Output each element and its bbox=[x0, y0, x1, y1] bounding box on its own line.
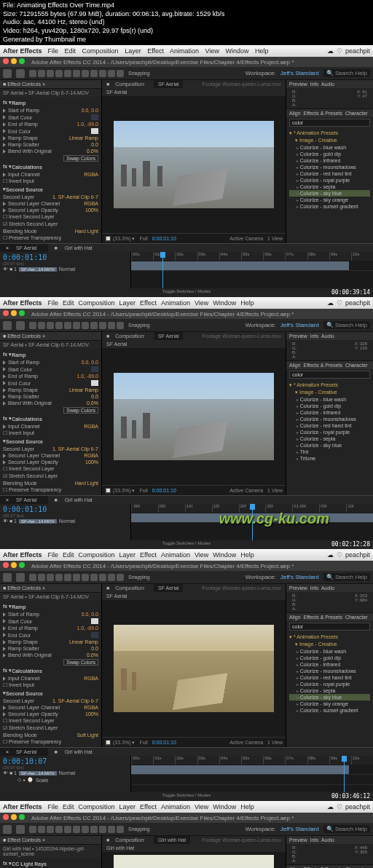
menu-file[interactable]: File bbox=[48, 47, 59, 55]
prop-second-channel[interactable]: Second Layer ChannelRGBA bbox=[3, 200, 98, 207]
timeline-layer-1[interactable]: 👁 ■ 1 SF-Aer...14.MOV Normal bbox=[3, 266, 127, 272]
search-help-input[interactable]: 🔍 Search Help bbox=[323, 69, 370, 77]
right-panels: Preview Info Audio R:X: 81 G:Y: 47 B: A:… bbox=[286, 80, 373, 243]
window-titlebar: Adobe After Effects CC 2014 - /Users/pea… bbox=[0, 57, 373, 67]
text-tool-icon[interactable] bbox=[73, 70, 80, 77]
pen-tool-icon[interactable] bbox=[64, 70, 71, 77]
shape-tool-icon[interactable] bbox=[55, 70, 63, 77]
info-tab[interactable]: Info bbox=[310, 82, 319, 87]
rotate-tool-icon[interactable] bbox=[29, 70, 36, 77]
preset-list: ▾ * Animation Presets ▾ Image - Creative… bbox=[286, 128, 373, 211]
timeline-panel: × SF Aerial ■ Girl with Hat 0:00:01:10 (… bbox=[0, 243, 373, 297]
preset-folder-animation[interactable]: ▾ * Animation Presets bbox=[289, 130, 370, 137]
preset-item-selected[interactable]: Colorize - sky blue bbox=[289, 190, 370, 197]
preview-city-sepia bbox=[114, 625, 274, 712]
menu-view[interactable]: View bbox=[205, 47, 219, 55]
preset-item[interactable]: Colorize - moonshadows bbox=[289, 164, 370, 170]
menu-help[interactable]: Help bbox=[255, 47, 269, 55]
zoom-icon[interactable] bbox=[19, 58, 25, 64]
thumbnail-frame-1: After Effects File Edit Composition Laye… bbox=[0, 45, 373, 297]
preset-item[interactable]: Colorize - royal purple bbox=[289, 177, 370, 184]
selection-tool-icon[interactable] bbox=[3, 69, 12, 78]
audio-tab[interactable]: Audio bbox=[321, 82, 334, 87]
effects-presets-tab[interactable]: Effects & Presets bbox=[303, 111, 342, 116]
prop-stretch-second[interactable]: ☑ Stretch Second Layer bbox=[3, 221, 98, 228]
clone-tool-icon[interactable] bbox=[90, 70, 98, 77]
footage-name: Footage Woman-queen-Luma.mov bbox=[198, 80, 286, 88]
app-name[interactable]: After Effects bbox=[3, 47, 42, 55]
menu-layer[interactable]: Layer bbox=[125, 47, 141, 55]
window-title: Adobe After Effects CC 2014 - /Users/pea… bbox=[31, 59, 294, 66]
menu-animation[interactable]: Animation bbox=[170, 47, 199, 55]
align-tab[interactable]: Align bbox=[289, 111, 301, 116]
preset-item[interactable]: Colorize - blue wash bbox=[289, 144, 370, 151]
menu-window[interactable]: Window bbox=[225, 47, 248, 55]
prop-invert-input[interactable]: ☐ Invert Input bbox=[3, 178, 98, 185]
viewport[interactable] bbox=[102, 96, 286, 233]
preset-item[interactable]: Colorize - gold dip bbox=[289, 151, 370, 157]
calculations-header[interactable]: fx ▾ Calculations bbox=[3, 162, 98, 171]
user-name[interactable]: peachpit bbox=[345, 47, 370, 55]
hand-tool-icon[interactable] bbox=[16, 69, 25, 78]
ramp-effect-header[interactable]: fx ▾ Ramp bbox=[3, 98, 98, 107]
preset-folder-creative[interactable]: ▾ Image - Creative bbox=[289, 137, 370, 144]
prop-start-color[interactable]: Start Color bbox=[3, 114, 98, 121]
comp-crumb[interactable]: SF Aerial bbox=[102, 88, 131, 96]
camera-tool-icon[interactable] bbox=[38, 70, 45, 77]
prop-start-ramp[interactable]: Start of Ramp0.0, 0.0 bbox=[3, 107, 98, 114]
preset-item[interactable]: Colorize - red hand tint bbox=[289, 170, 370, 177]
prop-invert-second[interactable]: ☐ Invert Second Layer bbox=[3, 213, 98, 221]
preset-item[interactable]: Colorize - sunset gradient bbox=[289, 203, 370, 210]
viewer-resolution[interactable]: Full bbox=[139, 236, 147, 241]
preset-item[interactable]: Colorize - sky orange bbox=[289, 197, 370, 203]
second-source-header[interactable]: ▾ Second Source bbox=[3, 185, 98, 194]
prop-second-opacity[interactable]: Second Layer Opacity100% bbox=[3, 207, 98, 213]
menu-items: File Edit Composition Layer Effect Anima… bbox=[48, 47, 273, 55]
thumbnail-timecode: 00:00:39:14 bbox=[331, 289, 370, 296]
menu-composition[interactable]: Composition bbox=[82, 47, 119, 55]
prop-blend-mode[interactable]: Blending ModeHard Light bbox=[3, 228, 98, 234]
pan-behind-tool-icon[interactable] bbox=[47, 70, 54, 77]
brush-tool-icon[interactable] bbox=[82, 70, 89, 77]
timeline-timecode[interactable]: 0:00:01:10 bbox=[3, 253, 127, 261]
cloud-icon[interactable]: ☁ bbox=[327, 47, 334, 55]
eraser-tool-icon[interactable] bbox=[99, 70, 106, 77]
preview-tab[interactable]: Preview bbox=[289, 82, 307, 87]
prop-second-layer[interactable]: Second Layer1. SF-Aerial Clip 6-7 bbox=[3, 194, 98, 200]
prop-end-color[interactable]: End Color bbox=[3, 127, 98, 135]
prop-ramp-shape[interactable]: Ramp ShapeLinear Ramp bbox=[3, 135, 98, 141]
timeline-tab-girl[interactable]: ■ Girl with Hat bbox=[48, 244, 103, 252]
prop-end-ramp[interactable]: End of Ramp1.0, -89.0 bbox=[3, 121, 98, 127]
view-count-dropdown[interactable]: 1 View bbox=[267, 236, 283, 241]
close-icon[interactable] bbox=[3, 58, 9, 64]
swap-colors-button[interactable]: Swap Colors bbox=[3, 154, 98, 162]
composition-panel: ■ Composition: SF Aerial Footage Woman-q… bbox=[102, 80, 286, 243]
puppet-tool-icon[interactable] bbox=[117, 70, 124, 77]
preset-item[interactable]: Colorize - infrared bbox=[289, 157, 370, 164]
preset-item[interactable]: Colorize - sepia bbox=[289, 184, 370, 190]
playhead[interactable] bbox=[162, 252, 163, 288]
prop-input-channel[interactable]: Input ChannelRGBA bbox=[3, 171, 98, 178]
menu-edit[interactable]: Edit bbox=[65, 47, 76, 55]
workspace-dropdown[interactable]: Jeff's Standard bbox=[280, 70, 319, 76]
preview-girl-hat bbox=[114, 855, 274, 868]
zoom-dropdown[interactable]: 🔲 (33.3%) ▾ bbox=[105, 236, 135, 242]
prop-blend-original[interactable]: Blend With Original0.0% bbox=[3, 148, 98, 154]
viewer-timecode[interactable]: 0:00:01:10 bbox=[152, 236, 176, 241]
preset-search-input[interactable] bbox=[289, 119, 370, 127]
timeline-tab-aerial[interactable]: × SF Aerial bbox=[0, 244, 48, 252]
comp-tab-aerial[interactable]: SF Aerial bbox=[154, 80, 183, 88]
effect-controls-tab[interactable]: ■ Effect Controls × bbox=[0, 80, 101, 89]
timeline-tracks[interactable]: 00s01s02s03s04s05s06s07s08s09s10s bbox=[131, 252, 373, 288]
camera-dropdown[interactable]: Active Camera bbox=[229, 236, 263, 241]
menu-effect[interactable]: Effect bbox=[147, 47, 164, 55]
roto-tool-icon[interactable] bbox=[108, 70, 115, 77]
toggle-switches-button[interactable]: Toggle Switches / Modes bbox=[0, 288, 373, 297]
prop-preserve-trans[interactable]: ☐ Preserve Transparency bbox=[3, 234, 98, 242]
prop-ramp-scatter[interactable]: Ramp Scatter0.0 bbox=[3, 141, 98, 148]
snapping-label[interactable]: Snapping bbox=[128, 71, 150, 76]
character-tab[interactable]: Character bbox=[345, 111, 368, 116]
heart-icon[interactable]: ♡ bbox=[337, 47, 342, 55]
cc-light-rays-header[interactable]: fx ▾ CC Light Rays bbox=[3, 859, 98, 868]
minimize-icon[interactable] bbox=[11, 58, 17, 64]
